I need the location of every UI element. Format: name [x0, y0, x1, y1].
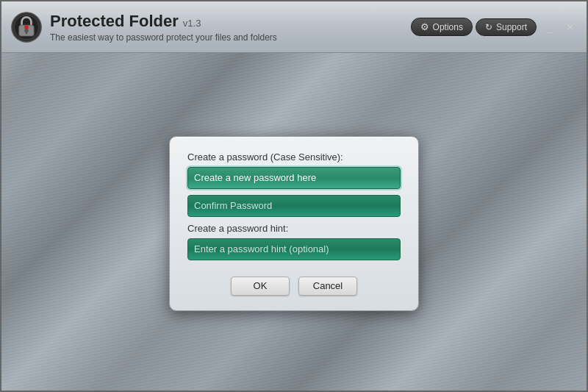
close-icon: ✕: [566, 21, 575, 33]
gear-icon: ⚙: [420, 21, 429, 32]
support-button[interactable]: ↻ Support: [476, 18, 537, 36]
hint-label: Create a password hint:: [187, 223, 401, 234]
titlebar: Protected Folder v1.3 The easiest way to…: [1, 1, 587, 53]
create-password-dialog: Create a password (Case Sensitive): Crea…: [169, 136, 419, 311]
app-version: v1.3: [183, 18, 201, 29]
titlebar-controls: ⚙ Options ↻ Support _ ✕: [411, 18, 578, 36]
dialog-buttons: OK Cancel: [187, 277, 401, 296]
password-hint-input[interactable]: [187, 238, 401, 260]
app-title: Protected Folder v1.3: [50, 12, 411, 31]
create-password-label: Create a password (Case Sensitive):: [187, 152, 401, 163]
app-name: Protected Folder: [50, 12, 179, 31]
cancel-button[interactable]: Cancel: [298, 277, 357, 296]
support-label: Support: [496, 22, 527, 32]
close-button[interactable]: ✕: [563, 20, 578, 35]
app-logo: [10, 11, 43, 43]
ok-button[interactable]: OK: [231, 277, 290, 296]
refresh-icon: ↻: [485, 22, 492, 32]
app-title-area: Protected Folder v1.3 The easiest way to…: [50, 12, 411, 43]
options-button[interactable]: ⚙ Options: [411, 18, 473, 36]
svg-point-5: [24, 25, 29, 29]
create-password-input[interactable]: [187, 167, 401, 189]
svg-rect-4: [26, 30, 28, 34]
app-subtitle: The easiest way to password protect your…: [50, 32, 411, 43]
options-label: Options: [433, 22, 463, 32]
main-window: Protected Folder v1.3 The easiest way to…: [0, 0, 588, 392]
minimize-button[interactable]: _: [542, 20, 557, 35]
main-content: Create a password (Case Sensitive): Crea…: [1, 53, 587, 392]
confirm-password-input[interactable]: [187, 195, 401, 217]
minimize-icon: _: [547, 21, 553, 33]
